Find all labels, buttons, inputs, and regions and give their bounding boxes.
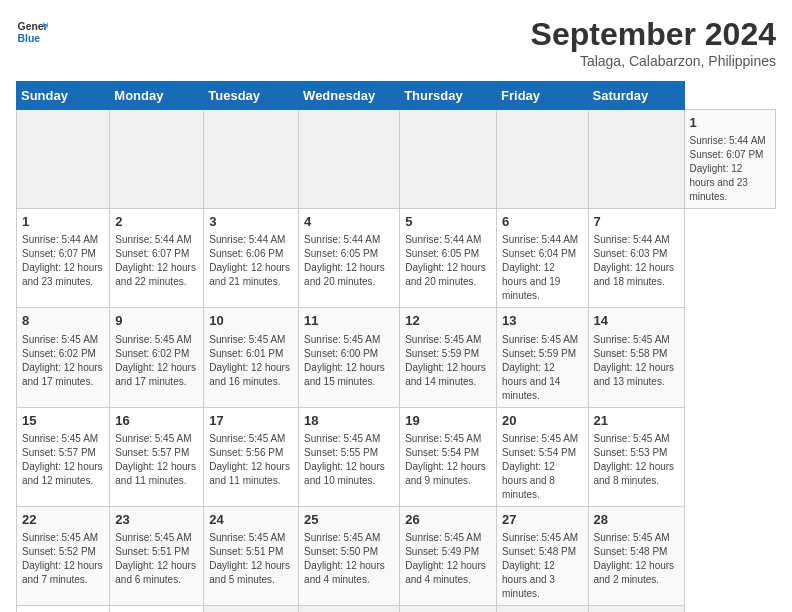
day-detail: Sunrise: 5:44 AMSunset: 6:03 PMDaylight:… <box>594 233 679 289</box>
day-detail: Sunrise: 5:44 AMSunset: 6:04 PMDaylight:… <box>502 233 582 303</box>
day-detail: Sunrise: 5:45 AMSunset: 6:00 PMDaylight:… <box>304 333 394 389</box>
location-subtitle: Talaga, Calabarzon, Philippines <box>531 53 776 69</box>
day-number: 26 <box>405 511 491 529</box>
day-detail: Sunrise: 5:45 AMSunset: 6:02 PMDaylight:… <box>115 333 198 389</box>
day-number: 11 <box>304 312 394 330</box>
day-number: 16 <box>115 412 198 430</box>
day-number: 22 <box>22 511 104 529</box>
calendar-cell: 24Sunrise: 5:45 AMSunset: 5:51 PMDayligh… <box>204 506 299 605</box>
day-detail: Sunrise: 5:44 AMSunset: 6:07 PMDaylight:… <box>115 233 198 289</box>
day-detail: Sunrise: 5:45 AMSunset: 5:57 PMDaylight:… <box>115 432 198 488</box>
day-detail: Sunrise: 5:45 AMSunset: 5:52 PMDaylight:… <box>22 531 104 587</box>
day-number: 4 <box>304 213 394 231</box>
day-detail: Sunrise: 5:44 AMSunset: 6:07 PMDaylight:… <box>690 134 771 204</box>
calendar-cell: 7Sunrise: 5:44 AMSunset: 6:03 PMDaylight… <box>588 209 684 308</box>
day-detail: Sunrise: 5:45 AMSunset: 6:01 PMDaylight:… <box>209 333 293 389</box>
calendar-cell: 8Sunrise: 5:45 AMSunset: 6:02 PMDaylight… <box>17 308 110 407</box>
calendar-cell <box>400 110 497 209</box>
day-detail: Sunrise: 5:45 AMSunset: 5:58 PMDaylight:… <box>594 333 679 389</box>
day-detail: Sunrise: 5:45 AMSunset: 5:49 PMDaylight:… <box>405 531 491 587</box>
day-number: 17 <box>209 412 293 430</box>
day-detail: Sunrise: 5:44 AMSunset: 6:07 PMDaylight:… <box>22 233 104 289</box>
week-row-1: 1Sunrise: 5:44 AMSunset: 6:07 PMDaylight… <box>17 209 776 308</box>
calendar-cell: 2Sunrise: 5:44 AMSunset: 6:07 PMDaylight… <box>110 209 204 308</box>
day-detail: Sunrise: 5:45 AMSunset: 5:48 PMDaylight:… <box>502 531 582 601</box>
day-detail: Sunrise: 5:44 AMSunset: 6:05 PMDaylight:… <box>304 233 394 289</box>
day-number: 13 <box>502 312 582 330</box>
header: General Blue September 2024 Talaga, Cala… <box>16 16 776 69</box>
calendar-cell: 5Sunrise: 5:44 AMSunset: 6:05 PMDaylight… <box>400 209 497 308</box>
calendar-cell: 19Sunrise: 5:45 AMSunset: 5:54 PMDayligh… <box>400 407 497 506</box>
calendar-cell <box>299 605 400 612</box>
calendar-cell: 18Sunrise: 5:45 AMSunset: 5:55 PMDayligh… <box>299 407 400 506</box>
calendar-cell <box>588 605 684 612</box>
day-detail: Sunrise: 5:45 AMSunset: 5:51 PMDaylight:… <box>115 531 198 587</box>
calendar-cell: 23Sunrise: 5:45 AMSunset: 5:51 PMDayligh… <box>110 506 204 605</box>
title-area: September 2024 Talaga, Calabarzon, Phili… <box>531 16 776 69</box>
day-number: 1 <box>690 114 771 132</box>
calendar-cell: 28Sunrise: 5:45 AMSunset: 5:48 PMDayligh… <box>588 506 684 605</box>
calendar-cell: 10Sunrise: 5:45 AMSunset: 6:01 PMDayligh… <box>204 308 299 407</box>
column-header-thursday: Thursday <box>400 82 497 110</box>
day-number: 23 <box>115 511 198 529</box>
calendar-cell: 22Sunrise: 5:45 AMSunset: 5:52 PMDayligh… <box>17 506 110 605</box>
day-number: 21 <box>594 412 679 430</box>
column-header-monday: Monday <box>110 82 204 110</box>
day-detail: Sunrise: 5:45 AMSunset: 5:54 PMDaylight:… <box>502 432 582 502</box>
column-header-sunday: Sunday <box>17 82 110 110</box>
calendar-cell: 4Sunrise: 5:44 AMSunset: 6:05 PMDaylight… <box>299 209 400 308</box>
calendar-cell: 3Sunrise: 5:44 AMSunset: 6:06 PMDaylight… <box>204 209 299 308</box>
calendar-cell <box>588 110 684 209</box>
day-number: 25 <box>304 511 394 529</box>
day-number: 15 <box>22 412 104 430</box>
calendar-cell: 29Sunrise: 5:45 AMSunset: 5:47 PMDayligh… <box>17 605 110 612</box>
day-detail: Sunrise: 5:45 AMSunset: 5:51 PMDaylight:… <box>209 531 293 587</box>
day-detail: Sunrise: 5:45 AMSunset: 5:55 PMDaylight:… <box>304 432 394 488</box>
day-detail: Sunrise: 5:45 AMSunset: 5:56 PMDaylight:… <box>209 432 293 488</box>
day-number: 12 <box>405 312 491 330</box>
week-row-0: 1Sunrise: 5:44 AMSunset: 6:07 PMDaylight… <box>17 110 776 209</box>
day-detail: Sunrise: 5:45 AMSunset: 5:54 PMDaylight:… <box>405 432 491 488</box>
calendar-cell: 12Sunrise: 5:45 AMSunset: 5:59 PMDayligh… <box>400 308 497 407</box>
calendar-cell: 1Sunrise: 5:44 AMSunset: 6:07 PMDaylight… <box>17 209 110 308</box>
day-number: 20 <box>502 412 582 430</box>
week-row-5: 29Sunrise: 5:45 AMSunset: 5:47 PMDayligh… <box>17 605 776 612</box>
day-detail: Sunrise: 5:44 AMSunset: 6:06 PMDaylight:… <box>209 233 293 289</box>
calendar-cell <box>497 110 588 209</box>
day-number: 3 <box>209 213 293 231</box>
logo: General Blue <box>16 16 48 48</box>
day-number: 10 <box>209 312 293 330</box>
day-number: 28 <box>594 511 679 529</box>
day-detail: Sunrise: 5:45 AMSunset: 5:57 PMDaylight:… <box>22 432 104 488</box>
day-number: 14 <box>594 312 679 330</box>
day-number: 9 <box>115 312 198 330</box>
calendar-cell: 17Sunrise: 5:45 AMSunset: 5:56 PMDayligh… <box>204 407 299 506</box>
day-detail: Sunrise: 5:45 AMSunset: 5:53 PMDaylight:… <box>594 432 679 488</box>
calendar-cell <box>204 605 299 612</box>
calendar-cell: 6Sunrise: 5:44 AMSunset: 6:04 PMDaylight… <box>497 209 588 308</box>
day-number: 27 <box>502 511 582 529</box>
calendar-cell: 25Sunrise: 5:45 AMSunset: 5:50 PMDayligh… <box>299 506 400 605</box>
column-header-saturday: Saturday <box>588 82 684 110</box>
calendar-cell <box>204 110 299 209</box>
column-header-wednesday: Wednesday <box>299 82 400 110</box>
column-header-tuesday: Tuesday <box>204 82 299 110</box>
calendar-cell: 16Sunrise: 5:45 AMSunset: 5:57 PMDayligh… <box>110 407 204 506</box>
calendar-cell: 11Sunrise: 5:45 AMSunset: 6:00 PMDayligh… <box>299 308 400 407</box>
day-detail: Sunrise: 5:45 AMSunset: 6:02 PMDaylight:… <box>22 333 104 389</box>
calendar-table: SundayMondayTuesdayWednesdayThursdayFrid… <box>16 81 776 612</box>
day-number: 7 <box>594 213 679 231</box>
day-number: 5 <box>405 213 491 231</box>
day-number: 6 <box>502 213 582 231</box>
day-number: 19 <box>405 412 491 430</box>
calendar-cell: 21Sunrise: 5:45 AMSunset: 5:53 PMDayligh… <box>588 407 684 506</box>
calendar-cell: 13Sunrise: 5:45 AMSunset: 5:59 PMDayligh… <box>497 308 588 407</box>
week-row-4: 22Sunrise: 5:45 AMSunset: 5:52 PMDayligh… <box>17 506 776 605</box>
calendar-cell: 27Sunrise: 5:45 AMSunset: 5:48 PMDayligh… <box>497 506 588 605</box>
week-row-2: 8Sunrise: 5:45 AMSunset: 6:02 PMDaylight… <box>17 308 776 407</box>
column-header-friday: Friday <box>497 82 588 110</box>
day-detail: Sunrise: 5:45 AMSunset: 5:59 PMDaylight:… <box>405 333 491 389</box>
calendar-cell <box>17 110 110 209</box>
calendar-cell: 15Sunrise: 5:45 AMSunset: 5:57 PMDayligh… <box>17 407 110 506</box>
calendar-cell: 14Sunrise: 5:45 AMSunset: 5:58 PMDayligh… <box>588 308 684 407</box>
